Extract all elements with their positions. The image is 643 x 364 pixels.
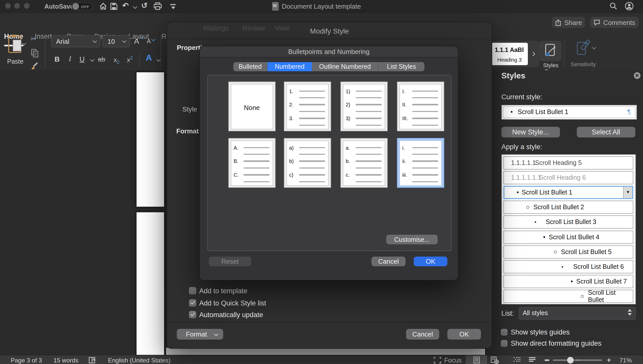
numbering-option-lower-alpha-dot[interactable]: a. b. c. (340, 138, 387, 188)
underline-button[interactable]: U (79, 55, 85, 63)
group-divider (564, 39, 565, 68)
tab-outline-numbered[interactable]: Outline Numbered (312, 62, 379, 71)
numbering-option-decimal-paren[interactable]: 1) 2) 3) (340, 81, 387, 131)
autosave-label: AutoSave (44, 3, 74, 10)
style-row-scroll-list-bullet-5[interactable]: ○ Scroll List Bullet 5 (503, 245, 633, 258)
reset-button[interactable]: Reset (209, 257, 251, 266)
numbering-option-none[interactable]: None (228, 81, 275, 131)
close-window-button[interactable] (5, 3, 11, 9)
italic-button[interactable]: I (69, 55, 71, 63)
show-direct-formatting-guides-checkbox[interactable] (501, 340, 507, 347)
zoom-slider-knob[interactable] (567, 357, 573, 363)
zoom-out-button[interactable] (545, 359, 549, 361)
style-row-scroll-heading-5[interactable]: 1.1.1.1.1 Scroll Heading 5 (503, 156, 633, 169)
numbering-option-lower-roman[interactable]: i. ii. iii. (397, 138, 444, 188)
list-filter-select[interactable]: All styles (519, 307, 636, 320)
page-indicator[interactable]: Page 3 of 3 (11, 357, 42, 364)
current-style-bullet: • (511, 108, 513, 116)
tab-insert[interactable]: Insert (35, 33, 52, 44)
modify-cancel-button[interactable]: Cancel (406, 329, 439, 340)
format-menu-button[interactable]: Format (177, 329, 223, 340)
style-gallery-more-icon[interactable] (531, 52, 535, 56)
style-row-name: Scroll Heading 6 (539, 174, 586, 181)
select-all-button[interactable]: Select All (577, 127, 635, 137)
home-icon[interactable] (99, 3, 107, 10)
save-icon[interactable] (110, 3, 118, 10)
screenshot-root: AutoSave OFF ↶ ↺ W Document Layout templ… (0, 0, 643, 364)
zoom-in-button[interactable]: + (607, 356, 611, 364)
tab-bulleted[interactable]: Bulleted (233, 62, 267, 71)
modify-ok-button[interactable]: OK (447, 329, 481, 340)
style-row-scroll-list-bullet-7[interactable]: • Scroll List Bullet 7 (503, 275, 633, 288)
tab-list-styles[interactable]: List Styles (379, 62, 424, 71)
paste-button[interactable]: Paste (6, 35, 26, 66)
web-layout-view-icon[interactable] (491, 356, 499, 364)
focus-icon[interactable] (434, 357, 441, 363)
style-row-scroll-list-bullet-2[interactable]: ○ Scroll List Bullet 2 (503, 201, 633, 214)
customise-button[interactable]: Customise... (386, 235, 438, 244)
sensitivity-button[interactable]: Sensitivity (570, 39, 600, 70)
font-name-select[interactable]: Arial (51, 35, 100, 47)
comments-button[interactable]: Comments (590, 17, 639, 28)
zoom-window-button[interactable] (24, 3, 30, 9)
new-style-button[interactable]: New Style... (501, 127, 560, 137)
bold-button[interactable]: B (55, 55, 60, 63)
autosave-state: OFF (81, 5, 89, 9)
style-row-scroll-list-bullet-3[interactable]: ▪ Scroll List Bullet 3 (503, 216, 633, 229)
close-icon[interactable] (634, 72, 640, 79)
redo-icon[interactable]: ↺ (141, 1, 148, 10)
quick-access-more-icon[interactable] (170, 4, 176, 9)
show-styles-guides-checkbox[interactable] (501, 329, 507, 335)
undo-icon[interactable]: ↶ (122, 1, 129, 10)
style-row-scroll-list-bullet-6[interactable]: ▪ Scroll List Bullet 6 (503, 260, 633, 273)
style-row-scroll-heading-6[interactable]: 1.1.1.1.1.1 Scroll Heading 6 (503, 171, 633, 184)
style-row-dropdown-button[interactable]: ▼ (623, 187, 632, 198)
outline-view-icon[interactable] (513, 357, 521, 363)
print-icon[interactable] (153, 2, 162, 10)
superscript-button[interactable]: x2 (127, 55, 133, 64)
add-to-quick-style-list-checkbox[interactable] (189, 299, 196, 306)
minimize-window-button[interactable] (14, 3, 20, 9)
styles-pane-button[interactable]: Styles Pane (539, 41, 561, 74)
add-to-template-checkbox[interactable] (189, 287, 196, 294)
paste-label: Paste (7, 58, 23, 65)
spellcheck-icon[interactable] (88, 356, 97, 364)
account-avatar-icon[interactable] (625, 2, 634, 11)
strikethrough-button[interactable]: ab (98, 55, 105, 63)
undo-menu-chevron-icon[interactable] (133, 5, 137, 9)
autosave-toggle[interactable]: OFF (71, 3, 92, 10)
numbering-option-upper-alpha[interactable]: A. B. C. (228, 138, 275, 188)
word-count[interactable]: 15 words (53, 357, 78, 364)
styles-pane-icon (545, 44, 557, 58)
tab-numbered[interactable]: Numbered (267, 62, 312, 71)
style-row-scroll-list-bullet-4[interactable]: • Scroll List Bullet 4 (503, 230, 633, 244)
font-color-chevron-icon[interactable] (156, 58, 161, 62)
document-page[interactable] (137, 72, 164, 207)
zoom-percentage[interactable]: 71% (620, 357, 632, 364)
draft-view-icon[interactable] (528, 357, 536, 363)
subscript-button[interactable]: x2 (114, 55, 119, 64)
format-painter-icon[interactable] (31, 62, 39, 71)
automatically-update-checkbox[interactable] (189, 311, 196, 318)
bullets-ok-button[interactable]: OK (414, 257, 447, 266)
style-row-scroll-list-bullet[interactable]: ○ Scroll List Bullet (503, 290, 633, 303)
cut-icon[interactable]: ✂ (31, 35, 36, 43)
superscript-x: x (127, 56, 130, 64)
bullets-cancel-button[interactable]: Cancel (371, 257, 406, 266)
numbering-option-lower-alpha-paren[interactable]: a) b) c) (284, 138, 331, 188)
font-size-select[interactable]: 10 (102, 35, 130, 47)
font-color-button[interactable]: A (146, 53, 152, 63)
style-row-scroll-list-bullet-1[interactable]: • Scroll List Bullet 1 ▼ (503, 186, 633, 199)
underline-chevron-icon[interactable] (90, 58, 95, 62)
focus-label[interactable]: Focus (444, 357, 462, 364)
numbering-option-upper-roman[interactable]: I. II. III. (397, 81, 444, 131)
document-page[interactable] (137, 212, 164, 355)
horizontal-scrollbar[interactable] (166, 348, 485, 355)
copy-icon[interactable] (31, 49, 39, 58)
print-layout-view-button[interactable] (466, 355, 487, 364)
search-icon[interactable] (609, 2, 618, 10)
share-button[interactable]: Share (552, 17, 585, 28)
language-indicator[interactable]: English (United States) (108, 357, 170, 364)
numbering-option-decimal-dot[interactable]: 1. 2. 3. (284, 81, 331, 131)
style-gallery-item-heading3[interactable]: 1.1.1 AaBl Heading 3 (492, 43, 528, 65)
